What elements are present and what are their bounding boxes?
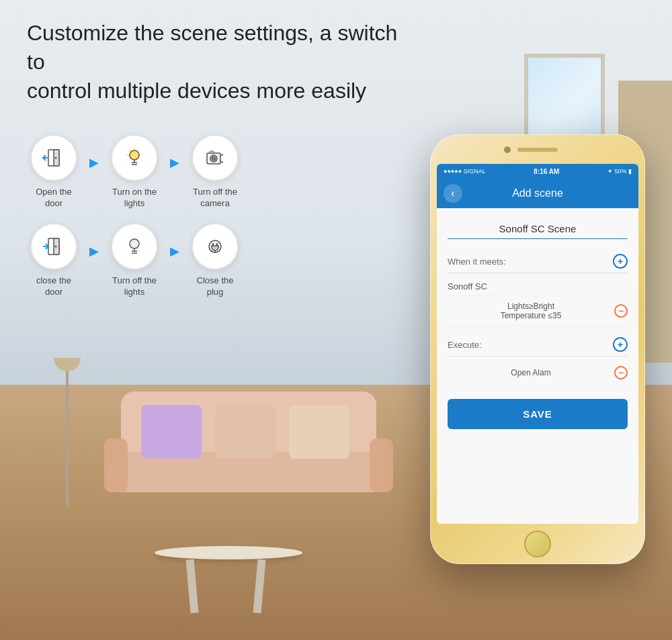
- page-content: Customize the scene settings, a switch t…: [0, 0, 672, 640]
- condition-row-1: Lights≥Bright Temperature ≤35 −: [448, 296, 628, 326]
- light-on-icon: [122, 146, 146, 170]
- phone-speaker: [517, 148, 558, 152]
- door-enter-icon: [42, 146, 66, 170]
- headline-line1: Customize the scene settings, a switch t…: [27, 21, 397, 74]
- open-door-circle: [30, 134, 77, 181]
- svg-point-2: [55, 157, 57, 159]
- phone-camera: [504, 146, 511, 153]
- battery-indicator: ✦ 50% ▮: [607, 168, 632, 175]
- arrow-4: ▶: [165, 244, 185, 258]
- execute-section-header: Execute: +: [448, 333, 628, 357]
- svg-line-9: [129, 150, 130, 151]
- turn-off-camera-label: Turn off the camera: [188, 187, 242, 210]
- signal-indicator: ●●●●● SIGNAL: [444, 168, 486, 175]
- node-close-door: close the door: [27, 223, 81, 298]
- svg-rect-14: [210, 151, 214, 153]
- phone-screen: ●●●●● SIGNAL 8:16 AM ✦ 50% ▮ ‹ Add scene: [437, 164, 638, 524]
- svg-point-4: [130, 150, 139, 160]
- close-door-label: close the door: [27, 275, 81, 298]
- action-row-1: Open Alam −: [448, 361, 628, 385]
- svg-point-21: [130, 239, 139, 248]
- add-action-button[interactable]: +: [613, 337, 628, 352]
- scene-row-2: close the door ▶ Turn off the lights ▶: [27, 223, 390, 298]
- scene-row-1: Open the door ▶ Turn on the lights: [27, 134, 390, 210]
- phone-mockup: ●●●●● SIGNAL 8:16 AM ✦ 50% ▮ ‹ Add scene: [430, 134, 645, 564]
- back-button[interactable]: ‹: [444, 184, 462, 203]
- camera-icon: [203, 146, 227, 170]
- scene-name-input[interactable]: [448, 219, 628, 239]
- execute-label: Execute:: [448, 340, 482, 350]
- node-turn-on-lights: Turn on the lights: [108, 134, 161, 210]
- turn-off-camera-circle: [192, 134, 239, 181]
- node-turn-off-lights: Turn off the lights: [108, 223, 161, 298]
- svg-point-13: [212, 157, 216, 161]
- door-exit-icon: [42, 234, 66, 259]
- headline-line2: control multiple devices more easily: [27, 79, 366, 103]
- action-text-1: Open Alam: [448, 368, 614, 377]
- device-name-item: Sonoff SC: [448, 277, 628, 296]
- remove-condition-button[interactable]: −: [614, 304, 628, 318]
- arrow-2: ▶: [165, 156, 185, 169]
- node-open-door: Open the door: [27, 134, 81, 210]
- node-turn-off-camera: Turn off the camera: [188, 134, 242, 210]
- turn-off-lights-label: Turn off the lights: [108, 275, 161, 298]
- close-plug-circle: [192, 223, 239, 270]
- app-navbar: ‹ Add scene: [437, 179, 638, 208]
- remove-action-button[interactable]: −: [614, 366, 628, 379]
- close-plug-label: Close the plug: [188, 275, 242, 298]
- status-bar: ●●●●● SIGNAL 8:16 AM ✦ 50% ▮: [437, 164, 638, 179]
- arrow-1: ▶: [84, 156, 104, 169]
- light-off-icon: [122, 234, 146, 259]
- plug-icon: [203, 234, 227, 259]
- save-button[interactable]: SAVE: [448, 399, 628, 429]
- add-condition-button[interactable]: +: [613, 254, 628, 269]
- headline: Customize the scene settings, a switch t…: [27, 19, 417, 106]
- arrow-3: ▶: [84, 244, 104, 258]
- app-form: When it meets: + Sonoff SC Lights≥Bright…: [437, 208, 638, 524]
- turn-on-lights-label: Turn on the lights: [108, 187, 161, 210]
- turn-off-lights-circle: [111, 223, 158, 270]
- open-door-label: Open the door: [27, 187, 81, 210]
- phone-home-button[interactable]: [524, 531, 551, 557]
- svg-point-19: [55, 245, 57, 247]
- when-meets-label: When it meets:: [448, 257, 506, 267]
- scene-diagram: Open the door ▶ Turn on the lights: [27, 134, 390, 312]
- phone-body: ●●●●● SIGNAL 8:16 AM ✦ 50% ▮ ‹ Add scene: [430, 134, 645, 564]
- status-time: 8:16 AM: [534, 168, 559, 175]
- turn-on-lights-circle: [111, 134, 158, 181]
- node-close-plug: Close the plug: [188, 223, 242, 298]
- when-meets-section-header: When it meets: +: [448, 250, 628, 273]
- condition-text-1: Lights≥Bright Temperature ≤35: [448, 302, 614, 320]
- nav-title: Add scene: [512, 187, 563, 199]
- close-door-circle: [30, 223, 77, 270]
